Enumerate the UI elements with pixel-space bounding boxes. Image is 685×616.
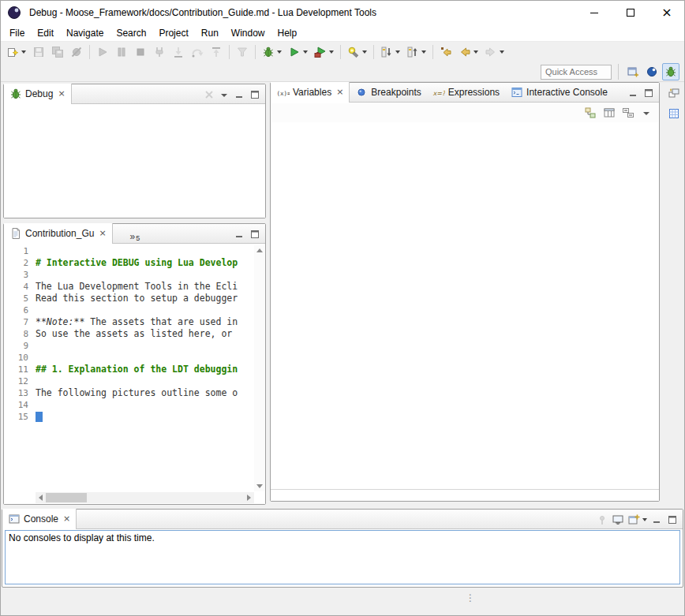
next-annotation-button[interactable]	[378, 43, 402, 61]
save-all-button[interactable]	[49, 43, 66, 61]
menu-file[interactable]: File	[3, 26, 31, 40]
editor-line[interactable]: 8So use the assets as listed here, or	[4, 328, 254, 340]
view-menu-button[interactable]	[217, 86, 231, 103]
show-columns-button[interactable]	[601, 104, 618, 121]
window-close-button[interactable]: ×	[649, 0, 685, 25]
close-tab-icon[interactable]: ×	[336, 87, 343, 97]
editor-vertical-scrollbar[interactable]	[254, 245, 265, 491]
scrollbar-thumb[interactable]	[46, 493, 87, 502]
tab-contribution-guide[interactable]: Contribution_Gu ×	[4, 223, 113, 243]
editor-line[interactable]: 3	[4, 269, 254, 281]
skip-all-breakpoints-button[interactable]	[68, 43, 85, 61]
hidden-editors-chevron[interactable]: » 5	[130, 223, 140, 243]
editor-line[interactable]: 9	[4, 340, 254, 352]
dropdown-arrow-icon[interactable]	[642, 518, 647, 521]
dropdown-arrow-icon[interactable]	[303, 50, 308, 54]
step-return-button[interactable]	[208, 43, 225, 61]
menu-project[interactable]: Project	[152, 26, 194, 40]
editor-line[interactable]: 2# Interactive DEBUG using Lua Develop	[4, 257, 254, 269]
tab-console[interactable]: Console ×	[2, 509, 77, 528]
close-tab-icon[interactable]: ×	[63, 513, 70, 524]
debug-button[interactable]	[260, 43, 284, 61]
maximize-view-button[interactable]	[247, 226, 263, 243]
show-logical-structure-button[interactable]	[582, 104, 599, 121]
minimize-view-button[interactable]	[231, 226, 247, 243]
console-body[interactable]: No consoles to display at this time.	[5, 530, 680, 584]
close-tab-icon[interactable]: ×	[99, 228, 106, 238]
tab-expressions[interactable]: x=?Expressions	[427, 82, 505, 102]
minimize-view-button[interactable]	[649, 511, 664, 528]
dropdown-arrow-icon[interactable]	[21, 50, 26, 54]
dropdown-arrow-icon[interactable]	[395, 50, 400, 54]
step-over-button[interactable]	[189, 43, 206, 61]
collapse-all-button[interactable]	[619, 104, 637, 121]
back-button[interactable]	[456, 43, 481, 61]
display-selected-console-button[interactable]	[610, 511, 626, 528]
editor-line[interactable]: 15	[4, 411, 254, 423]
scroll-left-icon[interactable]	[39, 495, 43, 501]
forward-button[interactable]	[482, 43, 507, 61]
menu-navigate[interactable]: Navigate	[60, 26, 110, 40]
menu-run[interactable]: Run	[195, 26, 225, 40]
scroll-down-icon[interactable]	[256, 484, 263, 488]
pin-console-button[interactable]	[594, 511, 610, 528]
view-menu-button[interactable]	[638, 104, 654, 121]
editor-line[interactable]: 4The Lua Development Tools in the Ecli	[4, 281, 254, 293]
editor-line[interactable]: 7**Note:** The assets that are used in	[4, 316, 254, 328]
detail-pane-sash[interactable]	[271, 489, 659, 490]
last-edit-location-button[interactable]	[437, 43, 455, 61]
editor-line[interactable]: 6	[4, 304, 254, 316]
editor-line[interactable]: 5Read this section to setup a debugger	[4, 293, 254, 304]
open-perspective-button[interactable]	[624, 63, 642, 80]
dropdown-arrow-icon[interactable]	[500, 50, 504, 54]
tab-variables[interactable]: (x)=Variables×	[271, 82, 350, 102]
minimize-view-button[interactable]	[231, 86, 247, 103]
maximize-view-button[interactable]	[247, 86, 263, 103]
grid-view-button[interactable]	[665, 105, 683, 122]
quick-access-input[interactable]	[541, 65, 612, 80]
suspend-button[interactable]	[113, 43, 130, 61]
editor-line[interactable]: 13The following pictures outline some o	[4, 387, 254, 399]
dropdown-arrow-icon[interactable]	[474, 50, 478, 54]
dropdown-arrow-icon[interactable]	[362, 50, 367, 54]
restore-view-button[interactable]	[665, 84, 683, 102]
terminate-button[interactable]	[132, 43, 149, 61]
menu-window[interactable]: Window	[225, 26, 271, 40]
window-minimize-button[interactable]	[576, 0, 612, 25]
save-button[interactable]	[30, 43, 47, 61]
minimize-view-button[interactable]	[625, 84, 641, 102]
dropdown-arrow-icon[interactable]	[329, 50, 334, 54]
close-tab-icon[interactable]: ×	[58, 88, 65, 99]
debug-perspective-button[interactable]	[662, 63, 679, 80]
scroll-up-icon[interactable]	[256, 248, 263, 252]
editor-line[interactable]: 14	[4, 399, 254, 411]
remove-all-terminated-button[interactable]	[201, 86, 217, 103]
maximize-view-button[interactable]	[641, 84, 657, 102]
editor-lines[interactable]: 12# Interactive DEBUG using Lua Develop3…	[4, 245, 254, 491]
menu-help[interactable]: Help	[271, 26, 304, 40]
dropdown-arrow-icon[interactable]	[421, 50, 426, 54]
editor-line[interactable]: 10	[4, 352, 254, 364]
search-button[interactable]	[345, 43, 369, 61]
debug-view-body[interactable]	[4, 104, 265, 218]
editor-line[interactable]: 12	[4, 375, 254, 387]
resume-button[interactable]	[94, 43, 111, 61]
new-button[interactable]	[4, 43, 28, 61]
tab-debug[interactable]: Debug ×	[4, 84, 72, 103]
run-external-tools-button[interactable]	[312, 43, 336, 61]
run-button[interactable]	[286, 43, 310, 61]
editor-horizontal-scrollbar[interactable]	[36, 492, 254, 503]
editor-line[interactable]: 1	[4, 245, 254, 257]
editor-line[interactable]: 11## 1. Explanation of the LDT debuggin	[4, 364, 254, 375]
window-maximize-button[interactable]	[612, 0, 649, 25]
step-into-button[interactable]	[170, 43, 187, 61]
menu-edit[interactable]: Edit	[31, 26, 60, 40]
maximize-view-button[interactable]	[664, 511, 680, 528]
previous-annotation-button[interactable]	[404, 43, 429, 61]
statusbar-grip-icon[interactable]: ⋮	[466, 592, 475, 603]
dropdown-arrow-icon[interactable]	[277, 50, 282, 54]
disconnect-button[interactable]	[151, 43, 168, 61]
variables-body[interactable]	[271, 122, 659, 501]
use-step-filters-button[interactable]	[234, 43, 251, 61]
menu-search[interactable]: Search	[110, 26, 152, 40]
